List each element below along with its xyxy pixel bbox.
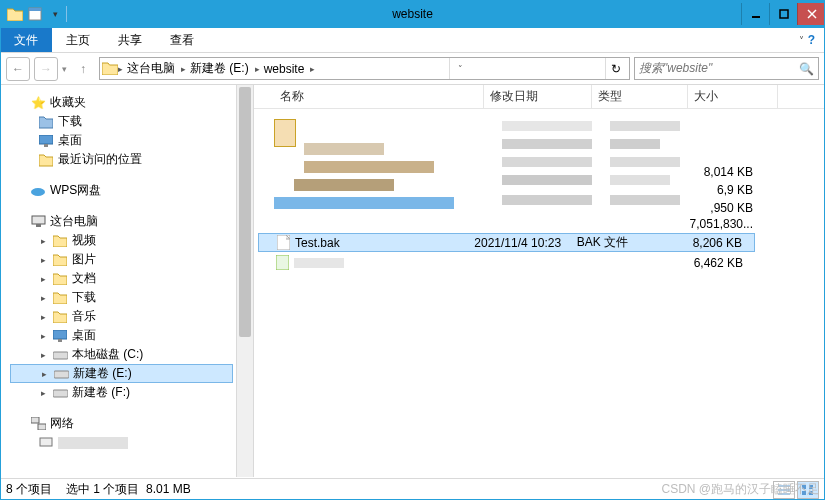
forward-button[interactable]: → — [34, 57, 58, 81]
drive-icon — [52, 347, 68, 363]
tree-thispc[interactable]: 这台电脑 — [10, 212, 253, 231]
recent-icon — [38, 152, 54, 168]
size-value: ,950 KB — [663, 201, 753, 215]
close-button[interactable] — [797, 3, 825, 25]
menu-home[interactable]: 主页 — [52, 28, 104, 52]
folder-icon — [6, 5, 24, 23]
file-row-selected[interactable]: Test.bak 2021/11/4 10:23 BAK 文件 8,206 KB — [258, 233, 755, 252]
computer-icon — [38, 435, 54, 451]
size-value: 7,051,830... — [663, 217, 753, 231]
menu-view[interactable]: 查看 — [156, 28, 208, 52]
svg-rect-17 — [38, 424, 46, 430]
view-icons-button[interactable] — [797, 481, 819, 499]
svg-rect-1 — [29, 8, 41, 11]
titlebar: ▾ website — [0, 0, 825, 28]
svg-rect-16 — [31, 417, 39, 423]
tree-recent[interactable]: 最近访问的位置 — [10, 150, 253, 169]
status-selection: 选中 1 个项目 8.01 MB — [66, 481, 191, 498]
computer-icon — [30, 214, 46, 230]
search-icon: 🔍 — [799, 62, 814, 76]
col-name[interactable]: 名称 — [274, 85, 484, 108]
file-list: 名称 修改日期 类型 大小 — [254, 85, 825, 477]
svg-rect-18 — [40, 438, 52, 446]
main-area: ⭐收藏夹 下载 桌面 最近访问的位置 WPS网盘 这台电脑 ▸视频 ▸图片 ▸文… — [0, 85, 825, 477]
censored-region — [502, 113, 602, 225]
file-icon — [275, 235, 291, 251]
address-bar[interactable]: ▸ 这台电脑 ▸ 新建卷 (E:) ▸ website ▸ ˅ ↻ — [99, 57, 630, 80]
tree-favorites[interactable]: ⭐收藏夹 — [10, 93, 253, 112]
file-icon — [274, 255, 290, 271]
size-value: 8,014 KB — [663, 165, 753, 179]
expand-ribbon-icon[interactable]: ˅ — [799, 35, 804, 46]
menu-file[interactable]: 文件 — [0, 28, 52, 52]
size-value: 6,9 KB — [663, 183, 753, 197]
refresh-icon[interactable]: ↻ — [605, 58, 627, 79]
svg-rect-3 — [780, 10, 788, 18]
tree-network[interactable]: 网络 — [10, 414, 253, 433]
maximize-button[interactable] — [769, 3, 797, 25]
tree-network-item[interactable] — [10, 433, 253, 452]
help-icon[interactable]: ? — [808, 33, 815, 47]
scrollbar-thumb[interactable] — [239, 87, 251, 337]
view-details-button[interactable] — [773, 481, 795, 499]
nav-bar: ← → ▾ ↑ ▸ 这台电脑 ▸ 新建卷 (E:) ▸ website ▸ ˅ … — [0, 53, 825, 85]
back-button[interactable]: ← — [6, 57, 30, 81]
minimize-button[interactable] — [741, 3, 769, 25]
dropdown-icon[interactable]: ▾ — [46, 5, 64, 23]
tree-music[interactable]: ▸音乐 — [10, 307, 253, 326]
file-date: 2021/11/4 10:23 — [474, 236, 577, 250]
folder-icon — [52, 290, 68, 306]
crumb-volume[interactable]: 新建卷 (E:) — [186, 58, 255, 79]
svg-rect-12 — [58, 339, 62, 342]
tree-downloads2[interactable]: ▸下载 — [10, 288, 253, 307]
tree-local-c[interactable]: ▸本地磁盘 (C:) — [10, 345, 253, 364]
file-type: BAK 文件 — [577, 234, 668, 251]
desktop-icon — [38, 133, 54, 149]
col-date[interactable]: 修改日期 — [484, 85, 592, 108]
status-count: 8 个项目 — [6, 481, 52, 498]
search-box[interactable]: 搜索"website" 🔍 — [634, 57, 819, 80]
dropdown-icon[interactable]: ˅ — [449, 58, 471, 79]
tree-downloads[interactable]: 下载 — [10, 112, 253, 131]
drive-icon — [52, 385, 68, 401]
download-icon — [38, 114, 54, 130]
file-size: 6,462 KB — [669, 256, 755, 270]
file-area[interactable]: 8,014 KB 6,9 KB ,950 KB 7,051,830... Tes… — [254, 109, 825, 477]
folder-icon — [52, 252, 68, 268]
svg-rect-9 — [32, 216, 45, 224]
search-placeholder: 搜索"website" — [639, 60, 799, 77]
history-dropdown-icon[interactable]: ▾ — [62, 64, 67, 74]
nav-pane: ⭐收藏夹 下载 桌面 最近访问的位置 WPS网盘 这台电脑 ▸视频 ▸图片 ▸文… — [0, 85, 254, 477]
svg-rect-27 — [809, 491, 813, 495]
file-row[interactable]: 6,462 KB — [258, 253, 755, 272]
tree-documents[interactable]: ▸文档 — [10, 269, 253, 288]
censored-region — [274, 113, 504, 225]
explorer-icon — [26, 5, 44, 23]
star-icon: ⭐ — [30, 95, 46, 111]
col-type[interactable]: 类型 — [592, 85, 688, 108]
menu-bar: 文件 主页 共享 查看 ˅ ? — [0, 28, 825, 53]
crumb-thispc[interactable]: 这台电脑 — [123, 58, 181, 79]
tree-wps[interactable]: WPS网盘 — [10, 181, 253, 200]
tree-pictures[interactable]: ▸图片 — [10, 250, 253, 269]
tree-vol-e[interactable]: ▸新建卷 (E:) — [10, 364, 233, 383]
tree-videos[interactable]: ▸视频 — [10, 231, 253, 250]
window-title: website — [392, 7, 433, 21]
nav-scrollbar[interactable] — [236, 85, 253, 477]
svg-rect-7 — [44, 144, 48, 147]
svg-rect-26 — [802, 491, 806, 495]
crumb-folder[interactable]: website — [260, 58, 311, 79]
file-name: Test.bak — [295, 236, 340, 250]
folder-icon — [102, 61, 118, 77]
tree-vol-f[interactable]: ▸新建卷 (F:) — [10, 383, 253, 402]
folder-icon — [52, 271, 68, 287]
column-header: 名称 修改日期 类型 大小 — [254, 85, 825, 109]
cloud-icon — [30, 183, 46, 199]
menu-share[interactable]: 共享 — [104, 28, 156, 52]
svg-rect-11 — [53, 330, 67, 339]
tree-desktop2[interactable]: ▸桌面 — [10, 326, 253, 345]
tree-desktop[interactable]: 桌面 — [10, 131, 253, 150]
folder-icon — [52, 233, 68, 249]
col-size[interactable]: 大小 — [688, 85, 778, 108]
up-button[interactable]: ↑ — [71, 57, 95, 81]
